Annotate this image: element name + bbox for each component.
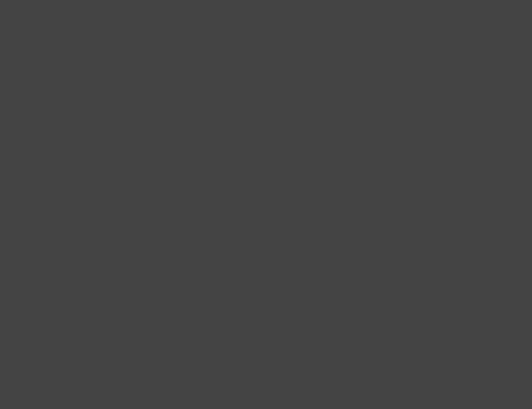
- gizmo-layer: [0, 0, 532, 409]
- 3d-viewport[interactable]: [0, 0, 532, 409]
